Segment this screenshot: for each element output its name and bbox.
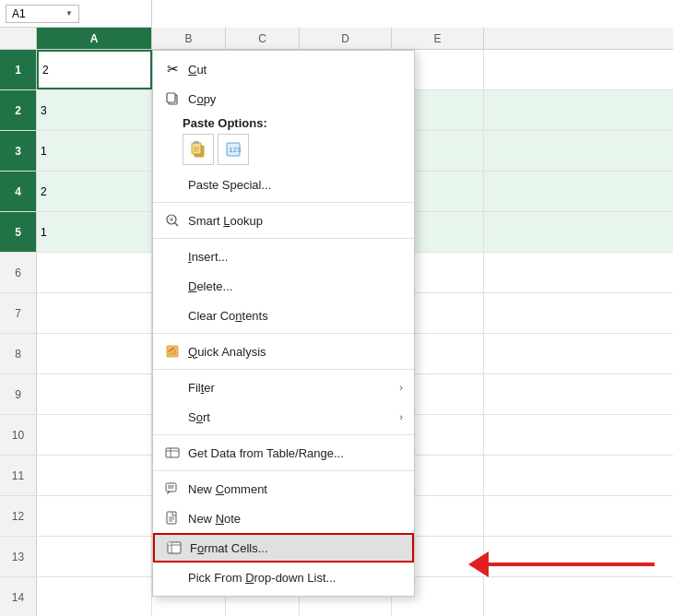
menu-label-delete: Delete... bbox=[188, 279, 403, 293]
menu-item-insert[interactable]: Insert... bbox=[153, 242, 414, 271]
row-num-10: 10 bbox=[0, 415, 37, 455]
menu-item-copy[interactable]: Copy bbox=[153, 84, 414, 113]
menu-label-sort: Sort bbox=[188, 410, 399, 424]
cell-a6[interactable] bbox=[37, 253, 152, 292]
svg-rect-20 bbox=[166, 483, 176, 492]
paste-button-values[interactable]: 123 bbox=[218, 134, 249, 165]
format-cells-icon bbox=[164, 540, 184, 555]
col-header-a[interactable]: A bbox=[37, 28, 152, 49]
svg-line-11 bbox=[175, 223, 178, 226]
menu-item-paste-special[interactable]: Paste Special... bbox=[153, 170, 414, 199]
menu-label-cut: Cut bbox=[188, 63, 403, 77]
chevron-down-icon: ▼ bbox=[65, 9, 73, 18]
row-num-3: 3 bbox=[0, 131, 37, 171]
row-num-9: 9 bbox=[0, 374, 37, 414]
menu-item-new-comment[interactable]: New Comment bbox=[153, 474, 414, 503]
menu-label-clear-contents: Clear Contents bbox=[188, 309, 403, 323]
context-menu: ✂ Cut Copy Paste Options: bbox=[152, 50, 415, 597]
quick-analysis-icon bbox=[162, 344, 183, 359]
arrow-head bbox=[468, 551, 489, 577]
menu-divider-2 bbox=[153, 238, 414, 239]
row-num-14: 14 bbox=[0, 577, 37, 616]
col-header-e[interactable]: E bbox=[392, 28, 484, 49]
menu-item-clear-contents[interactable]: Clear Contents bbox=[153, 301, 414, 330]
spreadsheet: A1 ▼ A B C D E 1 2 2 3 bbox=[0, 0, 673, 616]
menu-divider-6 bbox=[153, 470, 414, 471]
svg-rect-17 bbox=[166, 448, 179, 457]
svg-text:123: 123 bbox=[229, 146, 242, 154]
cell-a4[interactable]: 2 bbox=[37, 172, 152, 211]
svg-rect-31 bbox=[168, 542, 171, 545]
menu-label-smart-lookup: Smart Lookup bbox=[188, 214, 403, 228]
menu-label-pick-dropdown: Pick From Drop-down List... bbox=[188, 571, 403, 585]
row-num-7: 7 bbox=[0, 293, 37, 333]
sort-submenu-arrow: › bbox=[399, 411, 403, 422]
name-box-value: A1 bbox=[12, 7, 26, 20]
get-data-icon bbox=[162, 445, 183, 460]
row-num-8: 8 bbox=[0, 334, 37, 373]
menu-label-format-cells: Format Cells... bbox=[190, 541, 401, 555]
menu-label-paste-special: Paste Special... bbox=[188, 178, 403, 192]
row-num-11: 11 bbox=[0, 456, 37, 495]
svg-point-12 bbox=[170, 218, 173, 221]
paste-button-default[interactable] bbox=[183, 134, 214, 165]
row-num-12: 12 bbox=[0, 496, 37, 536]
name-box[interactable]: A1 ▼ bbox=[6, 5, 79, 23]
menu-item-format-cells[interactable]: Format Cells... bbox=[153, 533, 414, 563]
menu-item-get-data[interactable]: Get Data from Table/Range... bbox=[153, 438, 414, 468]
menu-item-quick-analysis[interactable]: Quick Analysis bbox=[153, 337, 414, 366]
menu-divider bbox=[153, 202, 414, 203]
cell-a1[interactable]: 2 bbox=[37, 50, 152, 89]
arrow-line bbox=[489, 563, 655, 566]
svg-rect-4 bbox=[194, 141, 199, 144]
menu-label-filter: Filter bbox=[188, 381, 399, 395]
menu-label-quick-analysis: Quick Analysis bbox=[188, 345, 403, 359]
svg-rect-24 bbox=[167, 512, 176, 524]
menu-item-pick-dropdown[interactable]: Pick From Drop-down List... bbox=[153, 563, 414, 592]
cell-a5[interactable]: 1 bbox=[37, 212, 152, 252]
column-headers: A B C D E bbox=[0, 28, 673, 50]
menu-item-smart-lookup[interactable]: Smart Lookup bbox=[153, 206, 414, 235]
menu-label-new-note: New Note bbox=[188, 512, 403, 526]
filter-submenu-arrow: › bbox=[399, 382, 403, 393]
cut-icon: ✂ bbox=[162, 61, 183, 77]
new-note-icon bbox=[162, 511, 183, 526]
col-header-b[interactable]: B bbox=[152, 28, 226, 49]
menu-item-delete[interactable]: Delete... bbox=[153, 271, 414, 301]
menu-label-new-comment: New Comment bbox=[188, 482, 403, 496]
row-num-4: 4 bbox=[0, 172, 37, 211]
smart-lookup-icon bbox=[162, 213, 183, 228]
menu-label-insert: Insert... bbox=[188, 250, 403, 264]
name-box-area: A1 ▼ bbox=[0, 0, 152, 28]
col-header-c[interactable]: C bbox=[226, 28, 300, 49]
menu-divider-5 bbox=[153, 434, 414, 435]
menu-label-get-data: Get Data from Table/Range... bbox=[188, 446, 403, 460]
menu-section-paste-options: Paste Options: 123 bbox=[153, 113, 414, 170]
cell-a3[interactable]: 1 bbox=[37, 131, 152, 171]
row-num-6: 6 bbox=[0, 253, 37, 292]
copy-icon bbox=[162, 91, 183, 106]
new-comment-icon bbox=[162, 481, 183, 496]
paste-options-row: 123 bbox=[162, 134, 249, 167]
red-arrow-indicator bbox=[468, 551, 655, 577]
menu-label-copy: Copy bbox=[188, 92, 403, 106]
menu-item-new-note[interactable]: New Note bbox=[153, 503, 414, 533]
row-num-13: 13 bbox=[0, 537, 37, 576]
menu-item-cut[interactable]: ✂ Cut bbox=[153, 54, 414, 84]
menu-item-filter[interactable]: Filter › bbox=[153, 373, 414, 402]
menu-divider-3 bbox=[153, 333, 414, 334]
header-spacer bbox=[0, 28, 37, 49]
col-header-d[interactable]: D bbox=[300, 28, 392, 49]
paste-options-label: Paste Options: bbox=[162, 116, 267, 134]
row-num-5: 5 bbox=[0, 212, 37, 252]
menu-item-sort[interactable]: Sort › bbox=[153, 402, 414, 432]
svg-rect-3 bbox=[192, 143, 201, 154]
menu-divider-4 bbox=[153, 369, 414, 370]
row-num-2: 2 bbox=[0, 90, 37, 130]
svg-rect-1 bbox=[167, 93, 175, 102]
row-num-1: 1 bbox=[0, 50, 37, 89]
cell-a2[interactable]: 3 bbox=[37, 90, 152, 130]
